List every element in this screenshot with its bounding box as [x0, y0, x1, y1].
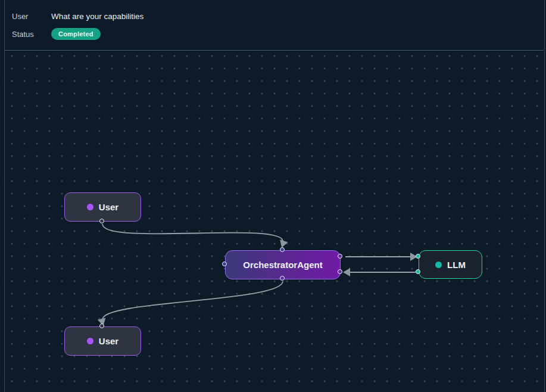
handle-orchestrator-right-bottom[interactable] [338, 269, 342, 274]
handle-orchestrator-right-top[interactable] [338, 254, 342, 259]
user-message-row: User What are your capabilities [12, 7, 544, 25]
status-label: Status [12, 30, 51, 39]
flow-canvas[interactable]: User OrchestratorAgent LLM User [0, 51, 546, 392]
edge-orchestrator-to-llm [345, 253, 417, 261]
edge-orchestrator-to-user2 [98, 281, 283, 327]
agent-run-view: User What are your capabilities Status C… [0, 0, 546, 392]
run-header: User What are your capabilities Status C… [5, 0, 544, 51]
node-label: OrchestratorAgent [243, 260, 322, 270]
panel-left-border [4, 0, 5, 392]
handle-user-top-source[interactable] [99, 219, 104, 223]
user-node-dot-icon [87, 338, 93, 344]
llm-node-dot-icon [435, 262, 442, 268]
edge-user1-to-orchestrator [102, 224, 288, 249]
handle-llm-left-bottom[interactable] [416, 269, 420, 274]
handle-user-bottom-target[interactable] [99, 323, 104, 328]
panel-right-border [544, 0, 545, 392]
user-label: User [12, 12, 51, 21]
node-user-bottom[interactable]: User [64, 326, 141, 356]
node-user-top[interactable]: User [64, 192, 141, 222]
edge-llm-to-orchestrator [343, 268, 416, 276]
node-orchestrator-agent[interactable]: OrchestratorAgent [225, 250, 341, 279]
node-llm[interactable]: LLM [419, 250, 482, 279]
node-label: User [99, 336, 118, 346]
user-message: What are your capabilities [51, 12, 143, 21]
status-row: Status Completed [12, 25, 544, 43]
handle-orchestrator-bottom[interactable] [280, 276, 285, 281]
status-badge: Completed [51, 28, 101, 40]
user-node-dot-icon [87, 204, 93, 210]
node-label: User [99, 202, 118, 212]
handle-llm-left-top[interactable] [416, 254, 420, 259]
handle-orchestrator-top[interactable] [280, 247, 285, 252]
handle-orchestrator-left[interactable] [222, 262, 227, 266]
node-label: LLM [447, 260, 466, 270]
